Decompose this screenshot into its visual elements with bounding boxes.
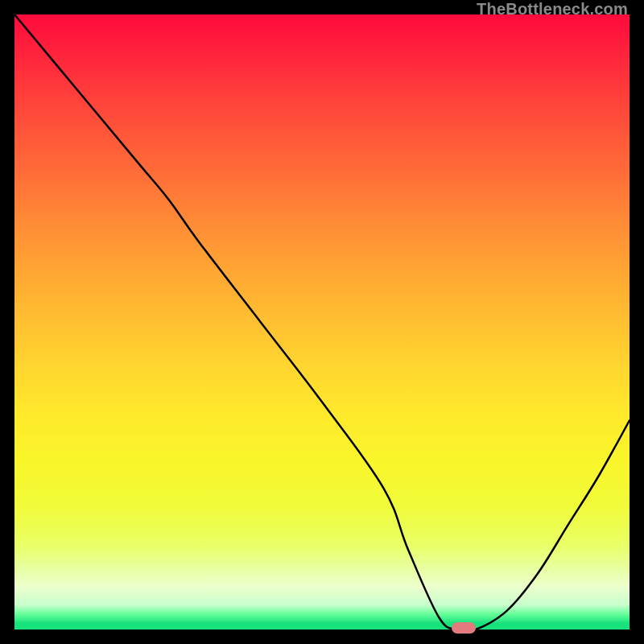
chart-container: TheBottleneck.com	[0, 0, 644, 644]
plot-area	[14, 14, 630, 630]
optimal-marker	[452, 622, 476, 634]
bottleneck-curve	[14, 14, 630, 630]
